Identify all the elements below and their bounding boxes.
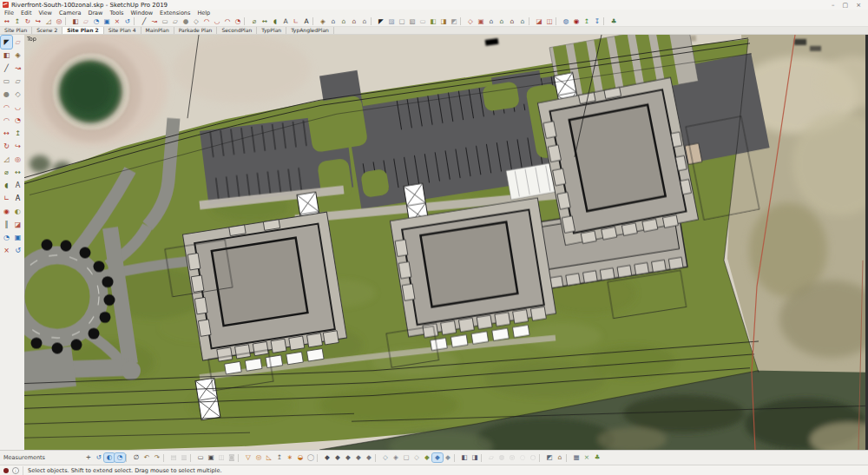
pan-4way-icon[interactable]: +: [83, 453, 94, 462]
front-view-icon[interactable]: ⌂: [486, 17, 496, 26]
paint-bucket-tool-icon[interactable]: ◧: [1, 49, 12, 62]
axes-tool-icon[interactable]: ∟: [1, 192, 12, 205]
freehand-tool-icon[interactable]: ↝: [149, 17, 160, 26]
freehand-tool-icon[interactable]: ↝: [12, 62, 23, 75]
circle-tool-icon[interactable]: ●: [181, 17, 191, 26]
xray-style-cube-icon[interactable]: ◇: [380, 453, 391, 462]
shadow-cube-2-icon[interactable]: ◆: [332, 453, 343, 462]
scene-tab-typplan[interactable]: TypPlan: [257, 27, 286, 34]
scene-image-icon[interactable]: ▤: [168, 453, 179, 462]
wireframe-cube-icon[interactable]: ▢: [401, 453, 411, 462]
section-plane-icon[interactable]: ◪: [534, 17, 544, 26]
add-location-icon[interactable]: ◍: [561, 17, 571, 26]
text-tool-icon[interactable]: A: [12, 179, 23, 192]
rectangle-tool-icon[interactable]: ▭: [1, 75, 12, 88]
photo-texture-icon[interactable]: ▦: [571, 453, 582, 462]
polygon-tool-icon[interactable]: ◇: [191, 17, 201, 26]
xray-style-icon[interactable]: ▨: [386, 17, 397, 26]
hidden-line-style-icon[interactable]: ▭: [418, 17, 428, 26]
import-icon[interactable]: ↥: [582, 17, 592, 26]
rotated-rectangle-tool-icon[interactable]: ▱: [12, 75, 23, 88]
dome-icon[interactable]: ◒: [295, 453, 306, 462]
axes-tool-icon[interactable]: ∟: [291, 17, 301, 26]
back-view-icon[interactable]: ⌂: [507, 17, 517, 26]
three-point-arc-tool-icon[interactable]: ◠: [1, 114, 12, 127]
zoom-window-tool-icon[interactable]: ▣: [102, 17, 112, 26]
section-display-icon[interactable]: ◧: [459, 453, 470, 462]
no-entry-icon[interactable]: ∅: [131, 453, 141, 462]
two-point-arc-tool-icon[interactable]: ◡: [212, 17, 222, 26]
iso-view-icon[interactable]: ◇: [465, 17, 476, 26]
shadow-cube-3-icon[interactable]: ◆: [343, 453, 353, 462]
extension-warehouse-icon[interactable]: ⌂: [339, 17, 349, 26]
walk-tool-icon[interactable]: ‖: [1, 218, 12, 231]
three-point-arc-tool-icon[interactable]: ◠: [222, 17, 233, 26]
move-tool-icon[interactable]: ↔: [2, 17, 12, 26]
dimension-tool-icon[interactable]: ↔: [260, 17, 270, 26]
menu-tools[interactable]: Tools: [106, 10, 127, 16]
rotate-tool-icon[interactable]: ↻: [1, 140, 12, 153]
right-view-icon[interactable]: ⌂: [496, 17, 507, 26]
line-tool-icon[interactable]: ╱: [1, 62, 12, 75]
menu-edit[interactable]: Edit: [17, 10, 36, 16]
select-arrow-icon[interactable]: ◤: [376, 17, 386, 26]
line-tool-icon[interactable]: ╱: [139, 17, 149, 26]
lock-icon[interactable]: ◙: [227, 453, 237, 462]
export-icon[interactable]: ↧: [592, 17, 602, 26]
hidden-line-cube-icon[interactable]: ◇: [411, 453, 422, 462]
shaded-textures-style-icon[interactable]: ◨: [438, 17, 449, 26]
pan-tool-icon[interactable]: ×: [1, 244, 12, 257]
protractor-tool-icon[interactable]: ◖: [1, 179, 12, 192]
maximize-button[interactable]: ▢: [843, 1, 849, 10]
scene-tab-site-plan[interactable]: Site Plan: [0, 27, 32, 34]
shaded-style-icon[interactable]: ◧: [428, 17, 438, 26]
tape-measure-tool-icon[interactable]: ⌀: [249, 17, 260, 26]
orbit-tool-icon[interactable]: ↺: [12, 244, 23, 257]
section-cut-icon[interactable]: ◫: [544, 17, 555, 26]
scene-tab-site-plan-2[interactable]: Site Plan 2: [62, 27, 103, 34]
shadow-cube-5-icon[interactable]: ◆: [364, 453, 374, 462]
minimize-button[interactable]: –: [832, 1, 835, 10]
close-button[interactable]: ×: [856, 1, 861, 10]
zoom-tool-icon[interactable]: ◔: [91, 17, 102, 26]
styles-panel-icon[interactable]: ▥: [179, 453, 189, 462]
dimension-tool-icon[interactable]: ↔: [12, 166, 23, 179]
make-component-icon[interactable]: ◈: [318, 17, 328, 26]
scene-tab-typangledplan[interactable]: TypAngledPlan: [286, 27, 334, 34]
top-view-icon[interactable]: ▣: [476, 17, 486, 26]
paint-bucket-tool-icon[interactable]: ◧: [70, 17, 81, 26]
asterisk-icon[interactable]: ∗: [285, 453, 295, 462]
look-around-tool-icon[interactable]: ◐: [12, 205, 23, 218]
pie-tool-icon[interactable]: ◔: [233, 17, 243, 26]
zoom-window-tool-icon[interactable]: ▣: [12, 231, 23, 244]
text-tool-icon[interactable]: A: [280, 17, 291, 26]
follow-me-tool-icon[interactable]: ↪: [12, 140, 23, 153]
circle-guide-icon[interactable]: ◯: [306, 453, 316, 462]
scene-tab-mainplan[interactable]: MainPlan: [141, 27, 174, 34]
monochrome-style-icon[interactable]: ◩: [449, 17, 459, 26]
scene-tab-parkade-plan[interactable]: Parkade Plan: [174, 27, 218, 34]
back-edges-cube-icon[interactable]: ◈: [391, 453, 401, 462]
section-plane-icon[interactable]: ▱: [486, 453, 496, 462]
position-camera-tool-icon[interactable]: ◉: [1, 205, 12, 218]
zoom-icon[interactable]: ◔: [115, 453, 125, 462]
two-point-arc-tool-icon[interactable]: ◡: [12, 101, 23, 114]
offset-tool-icon[interactable]: ◎: [12, 153, 23, 166]
menu-extensions[interactable]: Extensions: [156, 10, 194, 16]
left-view-icon[interactable]: ⌂: [517, 17, 528, 26]
section-outline-icon[interactable]: ◌: [517, 453, 528, 462]
shadow-cube-1-icon[interactable]: ◆: [322, 453, 332, 462]
ramp-icon[interactable]: ◺: [264, 453, 274, 462]
tape-measure-tool-icon[interactable]: ⌀: [1, 166, 12, 179]
follow-me-tool-icon[interactable]: ↪: [33, 17, 43, 26]
push-pull-tool-icon[interactable]: ↥: [12, 17, 23, 26]
section-circle-icon[interactable]: ○: [528, 453, 538, 462]
section-fill-icon[interactable]: ◍: [496, 453, 507, 462]
target-icon[interactable]: ◎: [253, 453, 264, 462]
section-align-icon[interactable]: ◎: [507, 453, 517, 462]
rectangle-tool-icon[interactable]: ▭: [160, 17, 170, 26]
walk-home-icon[interactable]: ⌂: [555, 453, 565, 462]
window-icon[interactable]: ▭: [195, 453, 206, 462]
orbit-tool-icon[interactable]: ↺: [122, 17, 133, 26]
pan-hand-icon[interactable]: ◐: [104, 453, 115, 462]
